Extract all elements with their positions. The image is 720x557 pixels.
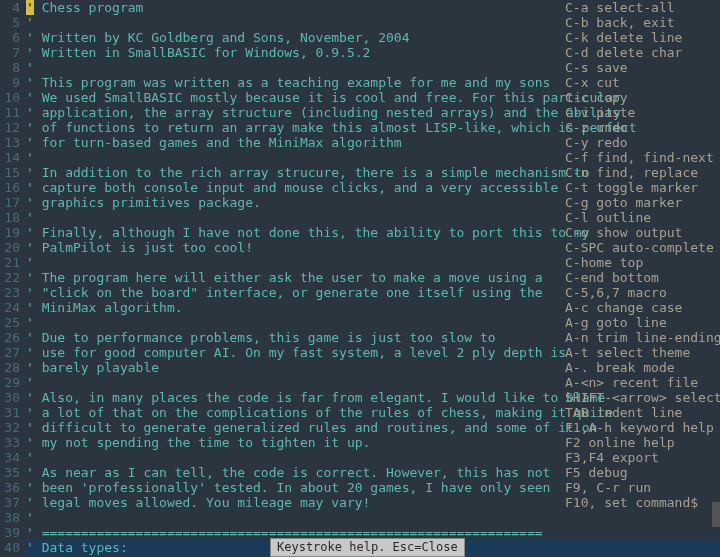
line-number: 20 bbox=[0, 240, 20, 255]
line-number: 36 bbox=[0, 480, 20, 495]
help-entry: C-SPC auto-complete bbox=[565, 240, 720, 255]
line-number: 31 bbox=[0, 405, 20, 420]
help-entry: F3,F4 export bbox=[565, 450, 720, 465]
help-entry: C-d delete char bbox=[565, 45, 720, 60]
line-number: 7 bbox=[0, 45, 20, 60]
help-entry: C-a select-all bbox=[565, 0, 720, 15]
help-entry: C-v paste bbox=[565, 105, 720, 120]
help-entry: F5 debug bbox=[565, 465, 720, 480]
scrollbar-thumb[interactable] bbox=[712, 502, 720, 527]
line-number: 17 bbox=[0, 195, 20, 210]
line-number: 24 bbox=[0, 300, 20, 315]
line-number: 5 bbox=[0, 15, 20, 30]
help-entry: C-home top bbox=[565, 255, 720, 270]
line-number: 34 bbox=[0, 450, 20, 465]
line-number: 38 bbox=[0, 510, 20, 525]
line-number: 19 bbox=[0, 225, 20, 240]
help-entry: F1,A-h keyword help bbox=[565, 420, 720, 435]
help-entry: TAB indent line bbox=[565, 405, 720, 420]
line-number: 6 bbox=[0, 30, 20, 45]
help-entry: A-t select theme bbox=[565, 345, 720, 360]
help-entry: A-<n> recent file bbox=[565, 375, 720, 390]
help-entry: A-g goto line bbox=[565, 315, 720, 330]
line-number: 33 bbox=[0, 435, 20, 450]
status-text: Keystroke help. Esc=Close bbox=[277, 540, 458, 554]
help-entry: C-g goto marker bbox=[565, 195, 720, 210]
help-entry: C-s save bbox=[565, 60, 720, 75]
line-number: 40 bbox=[0, 540, 20, 555]
line-number: 25 bbox=[0, 315, 20, 330]
help-entry: C-y redo bbox=[565, 135, 720, 150]
help-entry: C-f find, find-next bbox=[565, 150, 720, 165]
help-entry: SHIFT-<arrow> select bbox=[565, 390, 720, 405]
help-entry: C-z undo bbox=[565, 120, 720, 135]
help-entry: A-c change case bbox=[565, 300, 720, 315]
line-number: 23 bbox=[0, 285, 20, 300]
help-entry: C-x cut bbox=[565, 75, 720, 90]
line-number: 37 bbox=[0, 495, 20, 510]
line-number: 12 bbox=[0, 120, 20, 135]
help-entry: F2 online help bbox=[565, 435, 720, 450]
help-entry: C-c copy bbox=[565, 90, 720, 105]
help-entry: C-t toggle marker bbox=[565, 180, 720, 195]
help-entry: C-b back, exit bbox=[565, 15, 720, 30]
help-entry: C-o show output bbox=[565, 225, 720, 240]
line-number: 16 bbox=[0, 180, 20, 195]
line-number: 9 bbox=[0, 75, 20, 90]
keystroke-help-panel: C-a select-allC-b back, exitC-k delete l… bbox=[565, 0, 720, 510]
help-entry: F10, set command$ bbox=[565, 495, 720, 510]
line-number: 28 bbox=[0, 360, 20, 375]
line-number: 30 bbox=[0, 390, 20, 405]
line-number: 26 bbox=[0, 330, 20, 345]
help-entry: A-n trim line-endings bbox=[565, 330, 720, 345]
line-number: 29 bbox=[0, 375, 20, 390]
line-number: 8 bbox=[0, 60, 20, 75]
line-number: 18 bbox=[0, 210, 20, 225]
line-number: 21 bbox=[0, 255, 20, 270]
help-entry: F9, C-r run bbox=[565, 480, 720, 495]
line-number: 11 bbox=[0, 105, 20, 120]
line-number: 32 bbox=[0, 420, 20, 435]
line-number: 4 bbox=[0, 0, 20, 15]
line-number: 15 bbox=[0, 165, 20, 180]
status-bar: Keystroke help. Esc=Close bbox=[270, 538, 465, 557]
help-entry: C-5,6,7 macro bbox=[565, 285, 720, 300]
help-entry: C-l outline bbox=[565, 210, 720, 225]
line-number: 35 bbox=[0, 465, 20, 480]
line-number: 39 bbox=[0, 525, 20, 540]
line-number: 22 bbox=[0, 270, 20, 285]
help-entry: C-end bottom bbox=[565, 270, 720, 285]
line-number: 14 bbox=[0, 150, 20, 165]
help-entry: C-n find, replace bbox=[565, 165, 720, 180]
line-number: 10 bbox=[0, 90, 20, 105]
code-line[interactable]: ' bbox=[26, 510, 720, 525]
help-entry: A-. break mode bbox=[565, 360, 720, 375]
help-entry: C-k delete line bbox=[565, 30, 720, 45]
line-number-gutter: 4567891011121314151617181920212223242526… bbox=[0, 0, 26, 555]
line-number: 13 bbox=[0, 135, 20, 150]
line-number: 27 bbox=[0, 345, 20, 360]
